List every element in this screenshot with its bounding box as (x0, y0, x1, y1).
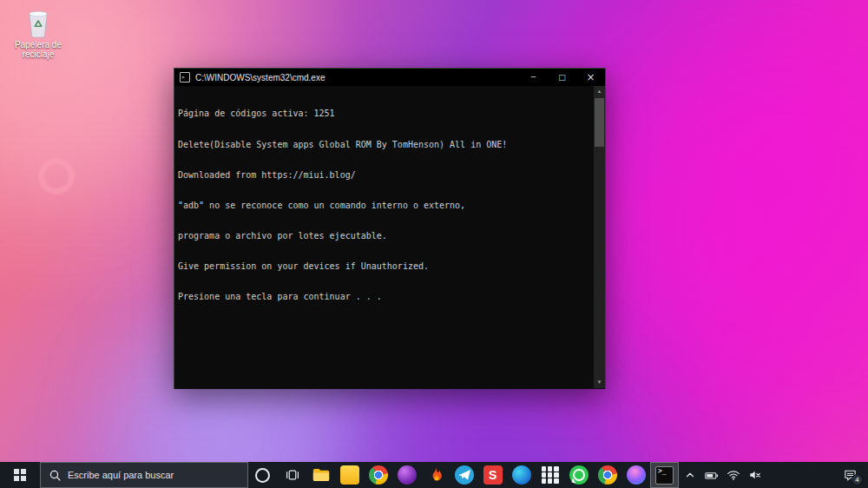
tray-expand-button[interactable] (679, 462, 700, 488)
recycle-bin[interactable]: Papelera de reciclaje (7, 7, 69, 59)
volume-muted-icon (748, 468, 762, 482)
purple-circle-app-icon (398, 465, 417, 485)
volume-tray-button[interactable] (744, 462, 766, 488)
chevron-up-icon (684, 469, 696, 481)
folder-explorer-icon (312, 465, 331, 485)
chrome-button[interactable] (364, 462, 392, 488)
battery-tray-button[interactable] (700, 462, 722, 488)
command-prompt-icon: >_ (655, 466, 674, 485)
console-line: programa o archivo por lotes ejecutable. (178, 231, 589, 241)
red-s-app-icon: S (483, 465, 503, 485)
telegram-app-button[interactable] (450, 462, 478, 488)
yellow-app-icon (340, 465, 359, 485)
network-tray-button[interactable] (722, 462, 744, 488)
console-line: Presione una tecla para continuar . . . (178, 292, 589, 302)
notification-badge: 4 (852, 474, 863, 485)
start-button[interactable] (0, 462, 40, 488)
edge-icon (512, 465, 531, 485)
cortana-icon (255, 468, 270, 483)
wallpaper-ring (38, 158, 75, 195)
calculator-button[interactable] (536, 462, 564, 488)
whatsapp-button[interactable] (564, 462, 593, 488)
browser-circle-app-button[interactable] (593, 462, 621, 488)
close-button[interactable]: × (576, 69, 605, 86)
blue-paper-plane-icon (455, 465, 474, 485)
search-input[interactable] (68, 470, 240, 480)
battery-icon (704, 468, 719, 483)
flame-app-icon (427, 466, 444, 484)
maximize-button[interactable]: □ (548, 69, 576, 86)
console-line: Downloaded from https://miui.blog/ (178, 170, 589, 181)
wifi-icon (727, 468, 740, 482)
globe-app-button[interactable] (621, 462, 650, 488)
chrome-icon (369, 465, 388, 485)
console-line: "adb" no se reconoce como un comando int… (178, 201, 589, 211)
console-scrollbar[interactable]: ▲ ▼ (594, 86, 605, 388)
edge-app-button[interactable] (507, 462, 536, 488)
minimize-button[interactable]: ─ (519, 69, 548, 86)
whatsapp-icon (569, 465, 589, 485)
console-line: Delete(Disable System apps Global ROM By… (178, 140, 589, 150)
cmd-window: > C:\WINDOWS\system32\cmd.exe ─ □ × Pági… (174, 68, 606, 389)
scroll-thumb[interactable] (595, 98, 604, 147)
file-explorer-button[interactable] (307, 462, 336, 488)
desktop-background: Papelera de reciclaje > C:\WINDOWS\syste… (0, 0, 868, 488)
window-title: C:\WINDOWS\system32\cmd.exe (195, 73, 519, 82)
task-view-button[interactable] (278, 462, 307, 488)
scroll-up-icon[interactable]: ▲ (594, 86, 605, 97)
windows-logo-icon (14, 469, 26, 481)
purple-app-button[interactable] (392, 462, 421, 488)
command-prompt-taskbar-button[interactable]: >_ (650, 462, 679, 488)
search-icon (49, 469, 62, 482)
cortana-button[interactable] (248, 462, 278, 488)
tray-spacer (766, 462, 832, 488)
taskbar: S >_ (0, 462, 868, 488)
browser-circle-icon (598, 465, 617, 485)
red-s-app-button[interactable]: S (478, 462, 507, 488)
yellow-app-button[interactable] (336, 462, 365, 488)
action-center-button[interactable]: 4 (832, 462, 868, 488)
recycle-bin-icon (23, 7, 53, 38)
cmd-titlebar[interactable]: > C:\WINDOWS\system32\cmd.exe ─ □ × (174, 69, 605, 86)
console-line: Página de códigos activa: 1251 (178, 109, 589, 119)
task-view-icon (285, 467, 300, 483)
recycle-bin-label: Papelera de reciclaje (7, 40, 69, 59)
search-box[interactable] (40, 462, 248, 488)
scroll-down-icon[interactable]: ▼ (594, 377, 605, 388)
console-output: Página de códigos activa: 1251 Delete(Di… (174, 86, 605, 389)
globe-app-icon (627, 465, 646, 485)
calculator-icon (542, 466, 559, 484)
console-line: Give permission on your devices if Unaut… (178, 261, 589, 272)
system-tray: 4 (679, 462, 868, 488)
cmd-window-icon: > (180, 72, 190, 82)
wallpaper-blob (599, 35, 868, 417)
flame-app-button[interactable] (421, 462, 450, 488)
